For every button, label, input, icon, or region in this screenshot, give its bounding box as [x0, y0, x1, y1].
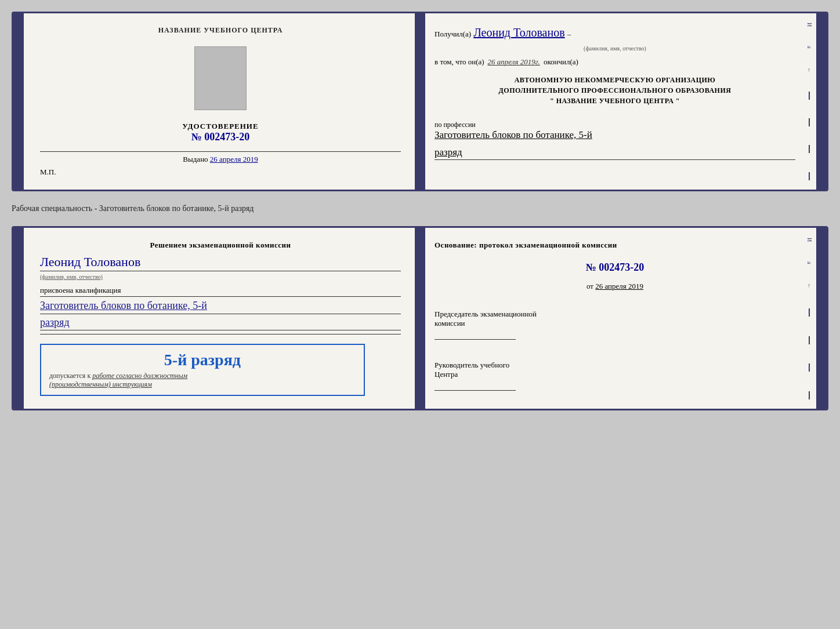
org-line1: АВТОНОМНУЮ НЕКОММЕРЧЕСКУЮ ОРГАНИЗАЦИЮ — [435, 75, 795, 85]
date-prefix: в том, что он(а) — [435, 57, 484, 67]
mark-dash3 — [809, 145, 810, 153]
issued-prefix: Выдано — [183, 155, 208, 163]
head-sign-line — [435, 383, 516, 391]
mark-dash4 — [809, 172, 810, 180]
mark2-dash1 — [809, 308, 810, 317]
between-label: Рабочая специальность - Заготовитель бло… — [12, 202, 828, 216]
mark2-i: И — [806, 238, 813, 242]
certificate-card-2: Решением экзаменационной комиссии Леонид… — [12, 226, 828, 410]
profession-block: по профессии Заготовитель блоков по бота… — [435, 119, 795, 141]
chairman-line1: Председатель экзаменационной — [435, 310, 795, 319]
head-block: Руководитель учебного Центра — [435, 361, 795, 394]
stamp-desc: допускается к работе согласно должностны… — [49, 372, 356, 389]
mark2-dash4 — [809, 391, 810, 399]
person-name-2: Леонид Толованов — [40, 254, 140, 270]
cert-title: УДОСТОВЕРЕНИЕ — [182, 122, 258, 131]
mark-a: а — [806, 46, 813, 48]
profession-value: Заготовитель блоков по ботанике, 5-й — [435, 129, 795, 141]
mark2-dash2 — [809, 336, 810, 344]
card1-right: Получил(а) Леонид Толованов – (фамилия, … — [418, 13, 816, 190]
qualif-label: присвоена квалификация — [40, 286, 121, 295]
razryad-2: разряд — [40, 317, 70, 329]
mp-label: М.П. — [40, 168, 56, 177]
mark-i: И — [806, 23, 813, 27]
ot-date: 26 апреля 2019 — [595, 282, 643, 290]
mark-arrow: ← — [806, 67, 813, 73]
stamp-box: 5-й разряд допускается к работе согласно… — [40, 344, 365, 396]
person-sublabel-1: (фамилия, имя, отчество) — [435, 45, 795, 52]
date-line: в том, что он(а) 26 апреля 2019г. окончи… — [435, 57, 795, 67]
received-line: Получил(а) Леонид Толованов – — [435, 26, 795, 39]
finished-label: окончил(а) — [544, 57, 578, 67]
issued-line: Выдано 26 апреля 2019 — [40, 155, 401, 164]
mark2-dash3 — [809, 363, 810, 372]
right-stripe-1 — [816, 13, 827, 190]
ot-line: от 26 апреля 2019 — [435, 282, 795, 291]
right-stripe-2 — [816, 228, 827, 409]
card2-right: Основание: протокол экзаменационной коми… — [418, 228, 816, 409]
right-marks-1: И а ← — [806, 13, 813, 190]
stamp-prefix: допускается к — [49, 372, 90, 380]
head-line2: Центра — [435, 370, 795, 379]
commission-header: Решением экзаменационной комиссии — [40, 241, 401, 250]
org-block: АВТОНОМНУЮ НЕКОММЕРЧЕСКУЮ ОРГАНИЗАЦИЮ ДО… — [435, 75, 795, 106]
mark-dash2 — [809, 118, 810, 126]
chairman-block: Председатель экзаменационной комиссии — [435, 310, 795, 343]
person-sublabel-2: (фамилия, имя, отчество) — [40, 274, 103, 280]
photo-placeholder — [194, 46, 247, 110]
stamp-underline: работе согласно должностным — [92, 372, 187, 380]
certificate-card-1: НАЗВАНИЕ УЧЕБНОГО ЦЕНТРА УДОСТОВЕРЕНИЕ №… — [12, 12, 828, 191]
org-line3: " НАЗВАНИЕ УЧЕБНОГО ЦЕНТРА " — [435, 96, 795, 106]
protocol-num: № 002473-20 — [435, 261, 795, 274]
head-line1: Руководитель учебного — [435, 361, 795, 370]
ot-prefix: от — [586, 282, 593, 290]
cert-number-block: УДОСТОВЕРЕНИЕ № 002473-20 — [182, 122, 258, 143]
card2-left: Решением экзаменационной комиссии Леонид… — [24, 228, 418, 409]
mark-dash1 — [809, 92, 810, 100]
page-wrapper: НАЗВАНИЕ УЧЕБНОГО ЦЕНТРА УДОСТОВЕРЕНИЕ №… — [12, 12, 828, 410]
mark2-arrow: ← — [806, 283, 813, 289]
left-stripe-2 — [13, 228, 24, 409]
razryad-block-1: разряд — [435, 147, 795, 162]
mark2-a: а — [806, 261, 813, 264]
cert-number: № 002473-20 — [182, 131, 258, 143]
person-name-1: Леонид Толованов — [473, 26, 565, 39]
chairman-sign-line — [435, 332, 516, 340]
profession-prefix: по профессии — [435, 121, 476, 129]
left-stripe-1 — [13, 13, 24, 190]
qualif-value: Заготовитель блоков по ботанике, 5-й — [40, 299, 207, 312]
org-line2: ДОПОЛНИТЕЛЬНОГО ПРОФЕССИОНАЛЬНОГО ОБРАЗО… — [435, 85, 795, 96]
right-marks-2: И а ← — [806, 228, 813, 409]
school-name-label: НАЗВАНИЕ УЧЕБНОГО ЦЕНТРА — [158, 26, 283, 35]
date-value: 26 апреля 2019г. — [488, 57, 540, 67]
razryad-value-1: разряд — [435, 147, 462, 158]
chairman-line2: комиссии — [435, 319, 795, 328]
card1-left: НАЗВАНИЕ УЧЕБНОГО ЦЕНТРА УДОСТОВЕРЕНИЕ №… — [24, 13, 418, 190]
issued-date: 26 апреля 2019 — [210, 155, 258, 163]
osnov-line: Основание: протокол экзаменационной коми… — [435, 241, 795, 250]
stamp-italic: (производственным) инструкциям — [49, 380, 152, 388]
received-prefix: Получил(а) — [435, 30, 471, 39]
stamp-rank: 5-й разряд — [49, 351, 356, 369]
dash-1: – — [567, 30, 571, 39]
